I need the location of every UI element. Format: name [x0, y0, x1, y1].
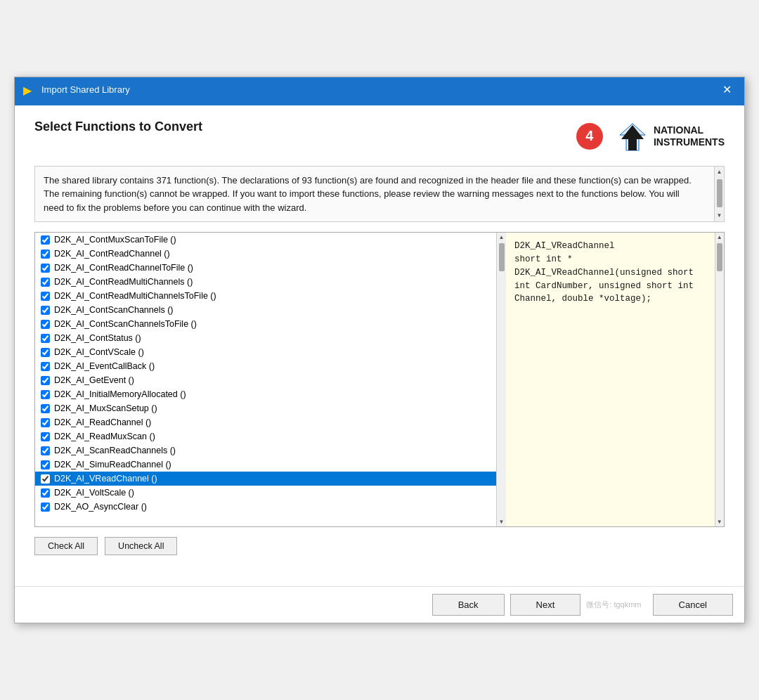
next-button[interactable]: Next [510, 594, 581, 616]
function-label: D2K_AI_ContStatus () [54, 333, 141, 343]
function-checkbox[interactable] [41, 362, 50, 371]
preview-panel-wrapper: D2K_AI_VReadChannel short int * D2K_AI_V… [506, 233, 724, 526]
preview-scroll-thumb [715, 240, 724, 519]
header-right: 4 NATIONAL INSTRUMENTS [576, 119, 725, 153]
function-list-item[interactable]: D2K_AI_SimuReadChannel () [35, 458, 496, 472]
function-checkbox[interactable] [41, 404, 50, 413]
function-list-item[interactable]: D2K_AI_EventCallBack () [35, 359, 496, 373]
function-list-item[interactable]: D2K_AO_AsyncClear () [35, 500, 496, 514]
list-scrollbar[interactable]: ▲ ▼ [496, 233, 506, 526]
preview-scrollbar[interactable]: ▲ ▼ [715, 233, 724, 526]
function-checkbox[interactable] [41, 474, 50, 484]
function-checkbox[interactable] [41, 503, 50, 512]
function-checkbox[interactable] [41, 320, 50, 329]
function-list-item[interactable]: D2K_AI_VoltScale () [35, 486, 496, 500]
function-label: D2K_AI_ContReadChannelToFile () [54, 263, 193, 273]
scroll-down-arrow[interactable]: ▼ [717, 212, 722, 220]
function-label: D2K_AI_ContScanChannelsToFile () [54, 319, 197, 329]
function-list-item[interactable]: D2K_AI_ContReadChannel () [35, 247, 496, 261]
watermark: 微信号: tgqkmm [586, 599, 641, 610]
function-checkbox[interactable] [41, 418, 50, 427]
function-list-item[interactable]: D2K_AI_VReadChannel () [35, 472, 496, 486]
list-panel-inner: D2K_AI_ContMuxScanToFile ()D2K_AI_ContRe… [35, 233, 506, 526]
function-label: D2K_AI_ContScanChannels () [54, 305, 174, 315]
function-list-item[interactable]: D2K_AI_ContReadChannelToFile () [35, 261, 496, 275]
ni-logo-text: NATIONAL INSTRUMENTS [654, 124, 725, 148]
function-checkbox[interactable] [41, 446, 50, 455]
preview-content: D2K_AI_VReadChannel short int * D2K_AI_V… [514, 240, 706, 519]
function-checkbox[interactable] [41, 306, 50, 315]
function-label: D2K_AI_VoltScale () [54, 488, 134, 498]
function-label: D2K_AI_MuxScanSetup () [54, 403, 157, 413]
function-label: D2K_AI_SimuReadChannel () [54, 460, 171, 469]
dialog-content: Select Functions to Convert 4 NATIONAL I… [15, 105, 744, 587]
check-all-button[interactable]: Check All [34, 537, 98, 555]
function-label: D2K_AI_ReadChannel () [54, 417, 151, 427]
function-checkbox[interactable] [41, 249, 50, 259]
function-checkbox[interactable] [41, 348, 50, 357]
function-checkbox[interactable] [41, 334, 50, 343]
thumb-bar [717, 179, 722, 207]
function-checkbox[interactable] [41, 460, 50, 469]
preview-thumb-bar [717, 243, 722, 271]
function-checkbox[interactable] [41, 278, 50, 287]
ni-logo-icon [616, 119, 649, 153]
function-checkbox[interactable] [41, 432, 50, 441]
preview-scroll-down[interactable]: ▼ [717, 519, 722, 525]
function-label: D2K_AI_ScanReadChannels () [54, 446, 176, 455]
function-list-item[interactable]: D2K_AI_ContMuxScanToFile () [35, 233, 496, 247]
list-scroll-up[interactable]: ▲ [499, 234, 505, 240]
function-list-item[interactable]: D2K_AI_MuxScanSetup () [35, 401, 496, 415]
preview-scroll-up[interactable]: ▲ [717, 234, 722, 240]
back-button[interactable]: Back [432, 594, 505, 616]
title-bar: ▶ Import Shared Library ✕ [15, 77, 744, 103]
function-list-item[interactable]: D2K_AI_InitialMemoryAllocated () [35, 387, 496, 401]
step-badge: 4 [576, 123, 603, 150]
function-checkbox[interactable] [41, 264, 50, 273]
function-checkbox[interactable] [41, 376, 50, 385]
description-area: The shared library contains 371 function… [34, 166, 725, 223]
function-label: D2K_AI_ContMuxScanToFile () [54, 235, 176, 245]
desc-scrollbar[interactable]: ▲ ▼ [714, 167, 724, 222]
function-list-item[interactable]: D2K_AI_ContStatus () [35, 331, 496, 345]
uncheck-all-button[interactable]: Uncheck All [105, 537, 177, 555]
cancel-button[interactable]: Cancel [653, 594, 733, 616]
function-label: D2K_AI_ContReadChannel () [54, 249, 170, 259]
function-list-item[interactable]: D2K_AI_ContScanChannelsToFile () [35, 317, 496, 331]
scroll-up-arrow[interactable]: ▲ [717, 168, 722, 176]
scroll-thumb [715, 176, 724, 212]
function-label: D2K_AI_VReadChannel () [54, 474, 157, 484]
function-list: D2K_AI_ContMuxScanToFile ()D2K_AI_ContRe… [35, 233, 496, 526]
function-list-item[interactable]: D2K_AI_ScanReadChannels () [35, 443, 496, 458]
list-thumb-bar [499, 243, 505, 271]
list-scroll-down[interactable]: ▼ [499, 519, 505, 525]
app-icon: ▶ [23, 84, 36, 96]
import-shared-library-dialog: ▶ Import Shared Library ✕ Select Functio… [14, 77, 745, 624]
function-label: D2K_AO_AsyncClear () [54, 502, 147, 512]
function-list-item[interactable]: D2K_AI_ReadChannel () [35, 415, 496, 429]
function-checkbox[interactable] [41, 488, 50, 498]
function-checkbox[interactable] [41, 235, 50, 245]
preview-panel: D2K_AI_VReadChannel short int * D2K_AI_V… [506, 233, 715, 526]
function-label: D2K_AI_GetEvent () [54, 375, 134, 385]
description-text: The shared library contains 371 function… [44, 174, 715, 215]
function-list-item[interactable]: D2K_AI_ContScanChannels () [35, 303, 496, 317]
function-checkbox[interactable] [41, 292, 50, 301]
header-row: Select Functions to Convert 4 NATIONAL I… [34, 119, 725, 153]
page-title: Select Functions to Convert [34, 119, 202, 134]
function-list-item[interactable]: D2K_AI_ReadMuxScan () [35, 429, 496, 443]
function-list-item[interactable]: D2K_AI_ContReadMultiChannels () [35, 275, 496, 289]
function-checkbox[interactable] [41, 390, 50, 399]
list-scroll-thumb [497, 240, 506, 519]
function-list-item[interactable]: D2K_AI_ContReadMultiChannelsToFile () [35, 289, 496, 303]
function-label: D2K_AI_ReadMuxScan () [54, 432, 155, 441]
close-button[interactable]: ✕ [718, 83, 736, 97]
footer: Back Next 微信号: tgqkmm Cancel [15, 586, 744, 623]
function-list-item[interactable]: D2K_AI_ContVScale () [35, 345, 496, 359]
function-list-item[interactable]: D2K_AI_GetEvent () [35, 373, 496, 387]
function-label: D2K_AI_ContReadMultiChannels () [54, 277, 193, 287]
dialog-title: Import Shared Library [41, 84, 130, 95]
title-bar-left: ▶ Import Shared Library [23, 84, 130, 96]
function-label: D2K_AI_EventCallBack () [54, 361, 155, 371]
main-area: D2K_AI_ContMuxScanToFile ()D2K_AI_ContRe… [34, 232, 725, 527]
